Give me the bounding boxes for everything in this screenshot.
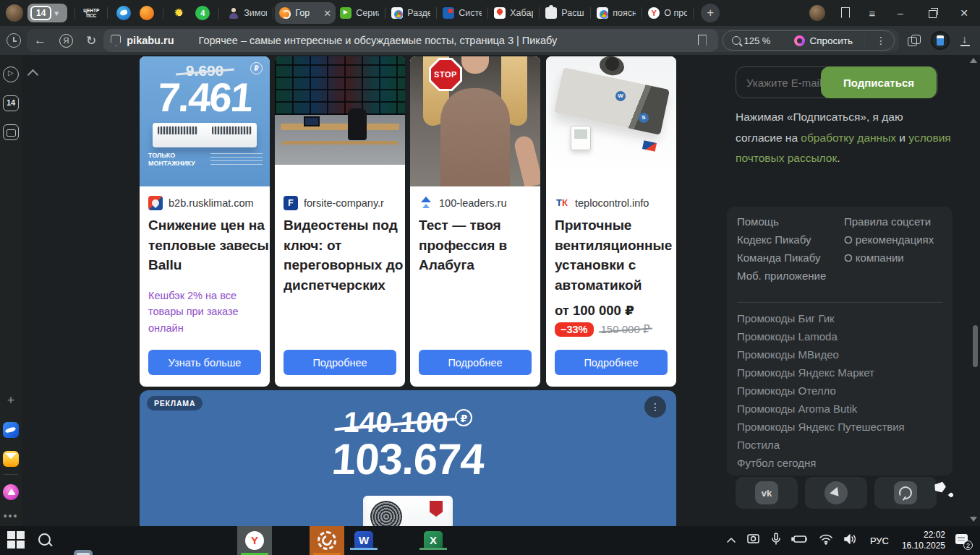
ad-title[interactable]: Приточные вентиляционные установки с авт… [555, 215, 676, 295]
calculator-icon[interactable] [74, 550, 93, 555]
ad-cta-button[interactable]: Подробнее [419, 350, 532, 375]
tab[interactable]: Зимов [223, 2, 271, 24]
ad-domain[interactable]: b2b.rusklimat.com [148, 196, 270, 210]
ad-cta-button[interactable]: Подробнее [555, 350, 668, 375]
footer-link[interactable]: Кодекс Пикабу [737, 233, 811, 246]
footer-link[interactable]: Моб. приложение [737, 270, 826, 282]
tab[interactable]: Систе [438, 2, 486, 24]
ad-cta-button[interactable]: Подробнее [284, 350, 396, 375]
wifi-icon[interactable] [819, 534, 833, 548]
tab[interactable]: YО прог [644, 2, 691, 24]
tray-expand-icon[interactable] [726, 534, 736, 547]
promo-link[interactable]: Промокоды Яндекс Маркет [737, 366, 874, 379]
scrollbar-down-icon[interactable] [970, 517, 977, 522]
ask-ai-button[interactable]: Спросить [787, 35, 860, 46]
tab[interactable]: Сериа [336, 2, 383, 24]
sidebar-more-icon[interactable]: ••• [3, 510, 19, 526]
pinned-tab-sun[interactable] [171, 5, 187, 21]
back-icon[interactable]: ← [34, 33, 46, 48]
extension-doc-icon[interactable] [931, 31, 950, 50]
clock[interactable]: 22:02 16.10.2025 [902, 530, 945, 551]
minimize-button[interactable]: – [885, 7, 916, 19]
protect-shield-icon[interactable] [111, 35, 121, 46]
tab[interactable]: Разде [387, 2, 435, 24]
ad-cta-button[interactable]: Узнать больше [148, 350, 261, 375]
alice-icon[interactable] [3, 484, 19, 500]
ad-domain[interactable]: 100-leaders.ru [419, 196, 540, 210]
pinned-tab-blue[interactable] [116, 5, 132, 21]
tab[interactable]: Расши [541, 2, 589, 24]
word-icon[interactable]: W [354, 531, 373, 550]
pinned-tab-messenger[interactable]: 4 [195, 5, 210, 21]
close-button[interactable]: ✕ [948, 7, 980, 19]
cast-display-icon[interactable] [746, 533, 761, 548]
chat-button[interactable] [874, 477, 937, 509]
promo-link[interactable]: Промокоды Отелло [737, 384, 836, 397]
extension-icon[interactable] [908, 35, 921, 46]
promo-link[interactable]: Футбол сегодня [737, 457, 816, 469]
zoom-level[interactable]: 125 % [725, 35, 778, 46]
footer-link[interactable]: Команда Пикабу [737, 251, 820, 264]
footer-link[interactable]: Помощь [737, 215, 779, 228]
tab[interactable]: поясн [592, 2, 640, 24]
start-button[interactable] [7, 531, 26, 550]
downloads-icon[interactable] [960, 35, 971, 46]
pinned-tab-pss[interactable]: ЦЕНТР ПСС [83, 5, 99, 21]
new-tab-button[interactable]: + [701, 4, 720, 22]
tabs-panel-icon[interactable]: 14 [3, 95, 19, 111]
microphone-icon[interactable] [771, 533, 781, 548]
ad-domain[interactable]: TКteplocontrol.info [555, 196, 676, 210]
add-panel-icon[interactable]: + [3, 393, 19, 409]
profile-avatar[interactable] [6, 4, 23, 22]
ad-title[interactable]: Тест — твоя профессия в Алабуга [419, 215, 540, 275]
history-icon[interactable] [7, 33, 21, 48]
footer-link[interactable]: О рекомендациях [844, 233, 934, 246]
ad-card-100leaders[interactable]: STOP 100-leaders.ru Тест — твоя професси… [410, 56, 540, 387]
scrollbar-up-icon[interactable] [970, 58, 977, 63]
ad-title[interactable]: Снижение цен на тепловые завесы Ballu [148, 215, 270, 275]
collapse-arrow-icon[interactable] [27, 69, 41, 78]
promo-link[interactable]: Промокоды Биг Гик [737, 312, 835, 324]
ad-card-rusklimat[interactable]: 9.690 ₽ 7.461 только монтажнику b2b.rusk… [140, 56, 270, 387]
pinned-tab-music[interactable] [139, 5, 155, 21]
ad-domain[interactable]: Fforsite-company.r [284, 196, 405, 210]
taskbar-search-icon[interactable] [36, 531, 55, 550]
tab-counter[interactable]: 14 ▼ [27, 4, 67, 22]
excel-icon[interactable]: X [424, 531, 443, 550]
yandex-mail-icon[interactable] [3, 451, 19, 467]
footer-link[interactable]: О компании [844, 251, 904, 264]
bookmarks-icon[interactable] [835, 7, 860, 20]
vk-button[interactable]: vk [736, 477, 798, 509]
add-bookmark-icon[interactable] [692, 34, 711, 47]
tab-close-icon[interactable]: ✕ [323, 8, 331, 19]
notification-center-icon[interactable]: 2 [955, 533, 971, 548]
refresh-icon[interactable]: ↻ [86, 33, 96, 48]
data-processing-link[interactable]: обработку данных [801, 132, 896, 144]
footer-link[interactable]: Правила соцсети [844, 215, 931, 228]
menu-icon[interactable]: ≡ [860, 7, 885, 20]
subscribe-button[interactable]: Подписаться [821, 66, 937, 98]
battery-icon[interactable] [791, 534, 809, 547]
yandex-home-icon[interactable]: Я [59, 34, 73, 48]
tab[interactable]: Хабар [490, 2, 537, 24]
promo-link[interactable]: Промокоды МВидео [737, 348, 839, 361]
address-bar[interactable]: pikabu.ru Горячее – самые интересные и о… [103, 29, 717, 52]
promo-link[interactable]: Промокоды Яндекс Путешествия [737, 421, 905, 433]
tab-active[interactable]: Гор✕ [275, 2, 336, 24]
ad-title[interactable]: Видеостены под ключ: от переговорных до … [284, 215, 405, 295]
ad-card-forsite[interactable]: Fforsite-company.r Видеостены под ключ: … [275, 56, 405, 387]
language-indicator[interactable]: РУС [870, 535, 889, 546]
volume-icon[interactable] [843, 533, 858, 548]
account-avatar[interactable] [809, 5, 825, 21]
ad-card-teplocontrol[interactable]: W S TКteplocontrol.info Приточные вентил… [546, 56, 676, 387]
promo-link[interactable]: Постила [737, 439, 780, 451]
more-options-icon[interactable]: ⋮ [869, 35, 892, 46]
scrollbar-thumb[interactable] [973, 325, 978, 367]
promo-link[interactable]: Промокоды Aroma Butik [737, 403, 857, 415]
yandex-disk-icon[interactable] [3, 422, 19, 438]
yandex-browser-taskbar[interactable]: Y [237, 526, 272, 555]
telegram-button[interactable] [805, 477, 867, 509]
ad-banner[interactable]: РЕКЛАМА ⋮ 140.100₽ 103.674 [140, 390, 676, 526]
promo-link[interactable]: Промокоды Lamoda [737, 330, 838, 343]
restore-button[interactable] [916, 7, 948, 19]
